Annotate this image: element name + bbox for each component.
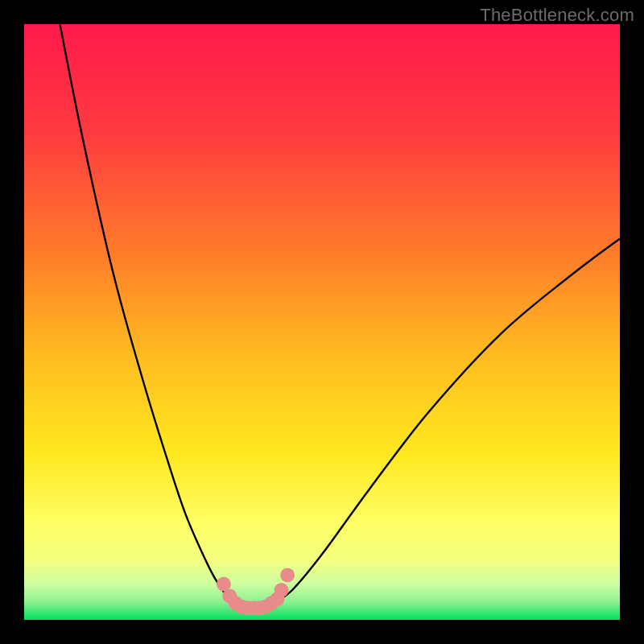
valley-marker	[280, 568, 295, 583]
valley-marker	[275, 583, 289, 597]
valley-markers	[217, 568, 295, 616]
chart-plot-area	[24, 24, 620, 620]
left-curve	[60, 24, 250, 609]
bottleneck-curve	[24, 24, 620, 620]
watermark: TheBottleneck.com	[480, 5, 634, 26]
right-curve	[250, 238, 620, 608]
